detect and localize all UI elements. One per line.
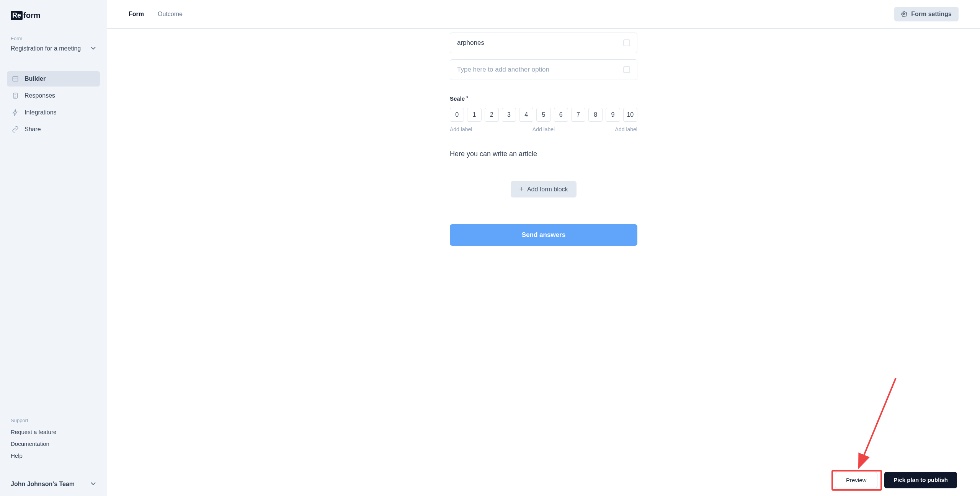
form-settings-button[interactable]: Form settings (894, 7, 959, 21)
checkbox-icon[interactable] (623, 39, 630, 46)
sidebar-item-builder[interactable]: Builder (7, 71, 100, 86)
scale-option[interactable]: 1 (467, 108, 481, 122)
logo[interactable]: Reform (0, 0, 107, 28)
scale-option[interactable]: 9 (606, 108, 620, 122)
scale-field-label[interactable]: Scale * (450, 95, 637, 102)
sidebar-item-integrations[interactable]: Integrations (7, 105, 100, 120)
scale-add-label-right[interactable]: Add label (615, 126, 637, 132)
plus-icon (519, 186, 523, 193)
nav-label: Builder (24, 75, 46, 82)
svg-point-6 (903, 13, 905, 15)
bolt-icon (11, 109, 19, 116)
checkbox-icon (623, 66, 630, 73)
option-text: arphones (457, 39, 484, 47)
team-name: John Johnson's Team (11, 481, 75, 488)
scale-option[interactable]: 5 (536, 108, 550, 122)
sidebar-item-responses[interactable]: Responses (7, 88, 100, 103)
logo-suffix: form (23, 11, 40, 20)
footer-link-feature[interactable]: Request a feature (11, 429, 96, 435)
submit-button[interactable]: Send answers (450, 224, 637, 246)
support-label: Support (11, 418, 96, 423)
gear-icon (901, 11, 907, 17)
scale-option[interactable]: 7 (571, 108, 585, 122)
publish-button[interactable]: Pick plan to publish (884, 472, 957, 488)
scale-option[interactable]: 8 (588, 108, 603, 122)
add-form-block-button[interactable]: Add form block (511, 181, 576, 197)
window-icon (11, 75, 19, 83)
logo-prefix: Re (11, 11, 23, 20)
tab-form[interactable]: Form (129, 11, 144, 18)
scale-option[interactable]: 10 (623, 108, 637, 122)
add-option-input[interactable]: Type here to add another option (450, 59, 637, 80)
clipboard-icon (11, 92, 19, 100)
scale-option[interactable]: 2 (485, 108, 499, 122)
svg-rect-0 (13, 77, 18, 81)
nav-label: Share (24, 126, 41, 133)
form-selector[interactable]: Registration for a meeting (7, 45, 100, 60)
form-name: Registration for a meeting (11, 45, 81, 52)
link-icon (11, 126, 19, 133)
scale-option[interactable]: 3 (502, 108, 516, 122)
chevron-down-icon (91, 482, 96, 486)
scale-add-label-left[interactable]: Add label (450, 126, 472, 132)
team-selector[interactable]: John Johnson's Team (0, 472, 107, 496)
required-indicator: * (466, 95, 468, 101)
nav-label: Responses (24, 92, 55, 99)
scale-row: 0 1 2 3 4 5 6 7 8 9 10 (450, 108, 637, 122)
option-item[interactable]: arphones (450, 33, 637, 53)
sidebar-section-label: Form (7, 36, 100, 41)
footer-link-help[interactable]: Help (11, 452, 96, 459)
scale-option[interactable]: 4 (519, 108, 533, 122)
sidebar-item-share[interactable]: Share (7, 122, 100, 137)
footer-link-docs[interactable]: Documentation (11, 441, 96, 447)
form-settings-label: Form settings (911, 11, 952, 18)
option-placeholder: Type here to add another option (457, 66, 549, 73)
tab-outcome[interactable]: Outcome (158, 11, 183, 18)
preview-button[interactable]: Preview (835, 472, 877, 488)
scale-option[interactable]: 0 (450, 108, 464, 122)
chevron-down-icon (91, 46, 96, 51)
scale-add-label-center[interactable]: Add label (532, 126, 555, 132)
text-block[interactable]: Here you can write an article (450, 150, 637, 158)
scale-option[interactable]: 6 (554, 108, 568, 122)
add-block-label: Add form block (527, 186, 568, 193)
nav-label: Integrations (24, 109, 57, 116)
